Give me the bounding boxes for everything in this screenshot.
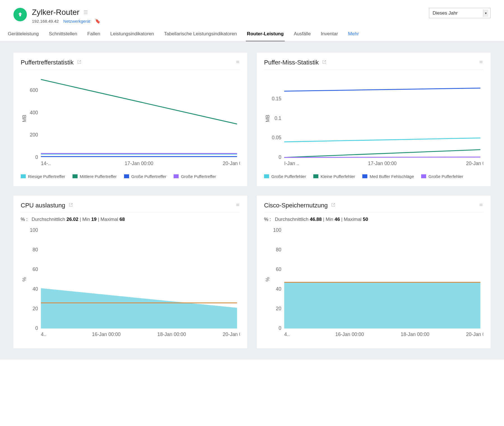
legend-item[interactable]: Med Buffer Fehlschläge xyxy=(362,174,414,179)
legend-label: Große Puffertreffer xyxy=(181,174,216,179)
legend-item[interactable]: Große Pufferfehler xyxy=(264,174,306,179)
legend-swatch xyxy=(174,174,179,178)
svg-text:14-..: 14-.. xyxy=(41,161,51,166)
svg-text:20-Jan 00:00: 20-Jan 00:00 xyxy=(466,332,483,337)
legend-item[interactable]: Mittlere Puffertreffer xyxy=(73,174,117,179)
status-up-icon xyxy=(13,8,27,21)
card-title: Puffer-Miss-Statistik xyxy=(264,59,319,66)
card-buffer-miss: Puffer-Miss-Statistik 00.050.10.15MBI-Ja… xyxy=(257,53,491,186)
svg-text:100: 100 xyxy=(273,227,281,233)
tab-traps[interactable]: Fallen xyxy=(86,28,101,41)
buffer-hit-chart: 0200400600MB14-..17-Jan 00:0020-Jan 00:0… xyxy=(21,74,240,169)
svg-text:%: % xyxy=(22,277,27,282)
stats-avg-label: Durchschnittlich xyxy=(275,217,309,222)
svg-text:40: 40 xyxy=(276,286,281,292)
tag-icon[interactable]: 🔖 xyxy=(95,18,101,24)
legend-item[interactable]: Riesige Puffertreffer xyxy=(21,174,65,179)
legend-label: Mittlere Puffertreffer xyxy=(80,174,117,179)
tab-devperf[interactable]: Geräteleistung xyxy=(7,28,40,41)
svg-text:0: 0 xyxy=(279,154,281,160)
svg-text:4..: 4.. xyxy=(284,332,290,337)
svg-text:20-Jan 00:00: 20-Jan 00:00 xyxy=(223,332,240,337)
stats-unit: % : xyxy=(21,217,28,222)
svg-text:I-Jan ..: I-Jan .. xyxy=(284,161,299,166)
legend-swatch xyxy=(21,174,26,178)
buffer-miss-legend: Große PufferfehlerKleine PufferfehlerMed… xyxy=(264,174,483,179)
legend-item[interactable]: Große Puffertreffer xyxy=(174,174,216,179)
device-type-link[interactable]: Netzwerkgerät xyxy=(63,19,90,24)
svg-text:60: 60 xyxy=(276,267,281,272)
legend-item[interactable]: Große Pufferfehler xyxy=(421,174,463,179)
popout-icon[interactable] xyxy=(322,60,326,65)
svg-text:0.1: 0.1 xyxy=(274,115,281,121)
stats-max-label: Maximal xyxy=(344,217,361,222)
svg-text:16-Jan 00:00: 16-Jan 00:00 xyxy=(92,332,121,337)
card-grid: Puffertrefferstatistik 0200400600MB14-..… xyxy=(0,41,504,360)
svg-text:0: 0 xyxy=(279,325,281,331)
legend-swatch xyxy=(313,174,318,178)
legend-swatch xyxy=(73,174,78,178)
legend-label: Große Pufferfehler xyxy=(271,174,306,179)
tab-kpis[interactable]: Leistungsindikatoren xyxy=(109,28,155,41)
tab-kpitab[interactable]: Tabellarische Leistungsindikatoren xyxy=(163,28,238,41)
stats-min-value: 46 xyxy=(335,217,340,222)
svg-text:200: 200 xyxy=(30,132,38,138)
svg-text:0.05: 0.05 xyxy=(272,135,281,140)
legend-label: Med Buffer Fehlschläge xyxy=(370,174,414,179)
period-select-wrap: Dieses Jahr xyxy=(429,8,491,18)
buffer-miss-chart: 00.050.10.15MBI-Jan ..17-Jan 00:0020-Jan… xyxy=(264,74,483,169)
stats-max-value: 68 xyxy=(120,217,125,222)
svg-text:80: 80 xyxy=(276,247,281,253)
legend-swatch xyxy=(362,174,367,178)
legend-item[interactable]: Große Puffertreffer xyxy=(124,174,166,179)
tab-inventory[interactable]: Inventar xyxy=(320,28,339,41)
legend-swatch xyxy=(421,174,426,178)
stats-max-value: 50 xyxy=(363,217,368,222)
tab-ifaces[interactable]: Schnittstellen xyxy=(48,28,78,41)
legend-swatch xyxy=(264,174,269,178)
stats-avg-value: 46.88 xyxy=(310,217,322,222)
svg-text:40: 40 xyxy=(32,286,38,292)
svg-text:18-Jan 00:00: 18-Jan 00:00 xyxy=(157,332,186,337)
page-header: Zylker-Router ☰ 192.168.49.42 Netzwerkge… xyxy=(0,0,504,28)
tab-more[interactable]: Mehr xyxy=(347,28,360,41)
legend-label: Riesige Puffertreffer xyxy=(28,174,65,179)
tabs-bar: GeräteleistungSchnittstellenFallenLeistu… xyxy=(0,28,504,41)
header-left: Zylker-Router ☰ 192.168.49.42 Netzwerkge… xyxy=(13,8,101,24)
cpu-stats: % : Durchschnittlich 26.02 | Min 19 | Ma… xyxy=(21,217,240,222)
stats-min-label: Min xyxy=(82,217,90,222)
svg-text:20-Jan 00:00: 20-Jan 00:00 xyxy=(466,161,483,166)
stats-max-label: Maximal xyxy=(101,217,118,222)
device-ip: 192.168.49.42 xyxy=(32,19,59,24)
title-menu-icon[interactable]: ☰ xyxy=(83,10,88,15)
period-select[interactable]: Dieses Jahr xyxy=(429,8,491,18)
stats-min-value: 19 xyxy=(91,217,97,222)
svg-text:60: 60 xyxy=(32,267,38,272)
svg-text:20: 20 xyxy=(32,306,38,311)
buffer-hit-legend: Riesige PuffertrefferMittlere Puffertref… xyxy=(21,174,240,179)
svg-text:400: 400 xyxy=(30,110,38,115)
svg-text:18-Jan 00:00: 18-Jan 00:00 xyxy=(401,332,429,337)
legend-swatch xyxy=(124,174,129,178)
stats-min-label: Min xyxy=(326,217,333,222)
popout-icon[interactable] xyxy=(69,203,73,208)
card-menu-icon[interactable] xyxy=(479,60,483,65)
stats-unit: % : xyxy=(264,217,271,222)
svg-text:80: 80 xyxy=(32,247,38,253)
stats-avg-label: Durchschnittlich xyxy=(32,217,65,222)
title-block: Zylker-Router ☰ 192.168.49.42 Netzwerkge… xyxy=(32,8,101,24)
stats-avg-value: 26.02 xyxy=(66,217,78,222)
card-title: CPU auslastung xyxy=(21,202,65,209)
card-menu-icon[interactable] xyxy=(235,60,240,65)
card-menu-icon[interactable] xyxy=(479,203,483,208)
tab-routerperf[interactable]: Router-Leistung xyxy=(246,28,285,41)
tab-outages[interactable]: Ausfälle xyxy=(293,28,312,41)
svg-text:%: % xyxy=(265,277,270,282)
popout-icon[interactable] xyxy=(77,60,81,65)
svg-text:600: 600 xyxy=(30,87,38,93)
legend-item[interactable]: Kleine Pufferfehler xyxy=(313,174,355,179)
popout-icon[interactable] xyxy=(331,203,335,208)
card-menu-icon[interactable] xyxy=(235,203,240,208)
svg-text:0.15: 0.15 xyxy=(272,96,281,101)
svg-text:0: 0 xyxy=(35,325,38,331)
